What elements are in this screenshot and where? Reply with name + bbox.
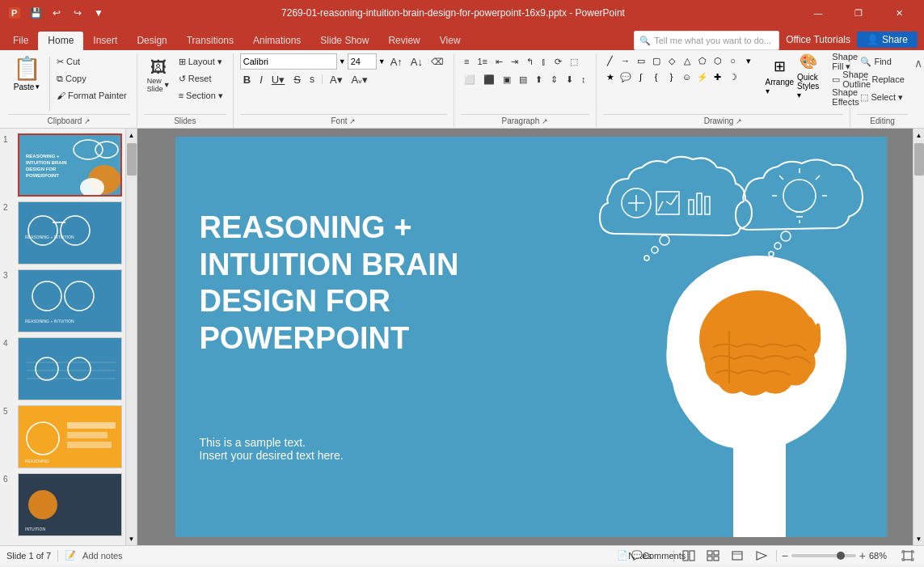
slide-thumb-5[interactable]: 5 REASONING xyxy=(3,405,122,468)
office-tutorials-link[interactable]: Office Tutorials xyxy=(786,34,850,45)
tab-insert[interactable]: Insert xyxy=(83,32,127,50)
decrease-font-btn[interactable]: A↓ xyxy=(407,53,426,70)
tab-view[interactable]: View xyxy=(430,32,470,50)
zoom-slider[interactable] xyxy=(791,554,856,557)
shape-bracket[interactable]: { xyxy=(649,70,664,84)
shape-star[interactable]: ★ xyxy=(603,70,618,84)
find-button[interactable]: 🔍 Find xyxy=(857,53,894,70)
maximize-btn[interactable]: ❐ xyxy=(840,0,877,26)
help-search[interactable]: 🔍 Tell me what you want to do... xyxy=(634,31,779,50)
justify-btn[interactable]: ▤ xyxy=(516,71,530,87)
select-button[interactable]: ⬚ Select ▾ xyxy=(857,89,906,105)
slide-image-6[interactable]: INTUITION xyxy=(18,473,122,536)
shape-curve[interactable]: ∫ xyxy=(634,70,648,84)
shape-smiley[interactable]: ☺ xyxy=(680,70,694,84)
slide-thumb-4[interactable]: 4 xyxy=(3,337,122,400)
columns-btn[interactable]: ⫿ xyxy=(538,53,550,70)
normal-view-btn[interactable] xyxy=(679,548,698,564)
slide-panel-inner[interactable]: 1 REASONING + INTUITION BRAIN DESIGN FOR… xyxy=(0,129,125,545)
minimize-btn[interactable]: — xyxy=(800,0,837,26)
shape-lightning[interactable]: ⚡ xyxy=(695,70,710,84)
shape-line[interactable]: ╱ xyxy=(603,53,618,68)
decrease-indent-btn[interactable]: ⇤ xyxy=(492,53,506,70)
shape-pentagon[interactable]: ⬠ xyxy=(695,53,710,68)
customize-btn[interactable]: ▼ xyxy=(91,5,107,21)
shape-moon[interactable]: ☽ xyxy=(726,70,740,84)
zoom-out-btn[interactable]: − xyxy=(782,549,788,562)
text-direction-btn[interactable]: ⟳ xyxy=(551,53,565,70)
strikethrough-btn[interactable]: S xyxy=(290,71,304,87)
align-bottom-btn[interactable]: ⬇ xyxy=(563,71,576,87)
align-middle-btn[interactable]: ⇕ xyxy=(547,71,561,87)
font-size-input[interactable] xyxy=(348,53,377,70)
slide-image-3[interactable]: REASONING + INTUITION xyxy=(18,269,122,332)
font-name-input[interactable] xyxy=(240,53,337,70)
tab-home[interactable]: Home xyxy=(38,32,83,50)
tab-design[interactable]: Design xyxy=(127,32,176,50)
zoom-in-btn[interactable]: + xyxy=(859,549,866,562)
slideshow-view-btn[interactable] xyxy=(752,548,771,564)
arrange-button[interactable]: ⊞ Arrange ▾ xyxy=(766,53,795,99)
numbered-list-btn[interactable]: 1≡ xyxy=(474,53,491,70)
shape-cross[interactable]: ✚ xyxy=(711,70,725,84)
bold-btn[interactable]: B xyxy=(240,71,254,87)
format-painter-button[interactable]: 🖌 Format Painter xyxy=(53,87,130,104)
shape-callout[interactable]: 💬 xyxy=(618,70,633,84)
bullets-btn[interactable]: ≡ xyxy=(461,53,472,70)
shape-more[interactable]: ▾ xyxy=(741,53,756,68)
shape-arrow[interactable]: → xyxy=(618,53,633,68)
shape-diamond[interactable]: ◇ xyxy=(665,53,679,68)
close-btn[interactable]: ✕ xyxy=(880,0,918,26)
section-button[interactable]: ≡ Section ▾ xyxy=(175,87,226,104)
scroll-thumb[interactable] xyxy=(127,143,137,176)
char-spacing-btn[interactable]: Aᵥ▾ xyxy=(348,71,372,87)
slide-thumb-6[interactable]: 6 INTUITION xyxy=(3,473,122,536)
font-dropdown-icon[interactable]: ▼ xyxy=(339,57,346,66)
shape-hexagon[interactable]: ⬡ xyxy=(711,53,725,68)
increase-font-btn[interactable]: A↑ xyxy=(387,53,406,70)
slide-thumb-3[interactable]: 3 REASONING + INTUITION xyxy=(3,269,122,332)
redo-btn[interactable]: ↪ xyxy=(70,5,86,21)
fit-slide-btn[interactable] xyxy=(898,548,918,564)
save-quick-btn[interactable]: 💾 xyxy=(27,5,44,21)
align-left-btn[interactable]: ⬜ xyxy=(461,71,479,87)
comments-button[interactable]: 💬 Comments xyxy=(649,548,669,564)
share-button[interactable]: 👤 Share xyxy=(857,32,918,48)
slide-thumb-1[interactable]: 1 REASONING + INTUITION BRAIN DESIGN FOR… xyxy=(3,133,122,197)
slide-sorter-btn[interactable] xyxy=(703,548,723,564)
shape-brace[interactable]: } xyxy=(665,70,679,84)
tab-review[interactable]: Review xyxy=(378,32,429,50)
font-size-dropdown[interactable]: ▼ xyxy=(378,57,386,66)
canvas-scroll-up[interactable]: ▲ xyxy=(913,129,924,142)
slide-image-1[interactable]: REASONING + INTUITION BRAIN DESIGN FOR P… xyxy=(18,133,122,197)
underline-btn[interactable]: U▾ xyxy=(268,71,288,87)
shape-rounded[interactable]: ▢ xyxy=(649,53,664,68)
font-color-btn[interactable]: A▾ xyxy=(327,71,346,87)
clear-format-btn[interactable]: ⌫ xyxy=(428,53,447,70)
rtl-btn[interactable]: ↰ xyxy=(523,53,537,70)
canvas-scroll-thumb[interactable] xyxy=(914,143,924,176)
canvas-scroll-down[interactable]: ▼ xyxy=(913,532,924,545)
align-top-btn[interactable]: ⬆ xyxy=(532,71,546,87)
slide-thumb-2[interactable]: 2 REASONING + INTUITION xyxy=(3,201,122,264)
line-spacing-btn[interactable]: ↕ xyxy=(578,71,589,87)
undo-btn[interactable]: ↩ xyxy=(49,5,65,21)
reset-button[interactable]: ↺ Reset xyxy=(175,70,226,87)
zoom-thumb[interactable] xyxy=(837,552,845,560)
align-center-btn[interactable]: ⬛ xyxy=(480,71,498,87)
reading-view-btn[interactable] xyxy=(728,548,747,564)
shadow-btn[interactable]: s xyxy=(306,71,318,87)
tab-file[interactable]: File xyxy=(3,32,38,50)
slide-image-4[interactable] xyxy=(18,337,122,400)
slide-image-2[interactable]: REASONING + INTUITION xyxy=(18,201,122,264)
tab-animations[interactable]: Animations xyxy=(243,32,310,50)
scroll-up-btn[interactable]: ▲ xyxy=(126,129,137,142)
slide-image-5[interactable]: REASONING xyxy=(18,405,122,468)
smart-art-btn[interactable]: ⬚ xyxy=(567,53,581,70)
tab-slideshow[interactable]: Slide Show xyxy=(310,32,378,50)
increase-indent-btn[interactable]: ⇥ xyxy=(508,53,521,70)
shape-rect[interactable]: ▭ xyxy=(634,53,648,68)
layout-button[interactable]: ⊞ Layout ▾ xyxy=(175,53,226,70)
cut-button[interactable]: ✂ Cut xyxy=(53,53,130,70)
shape-triangle[interactable]: △ xyxy=(680,53,694,68)
